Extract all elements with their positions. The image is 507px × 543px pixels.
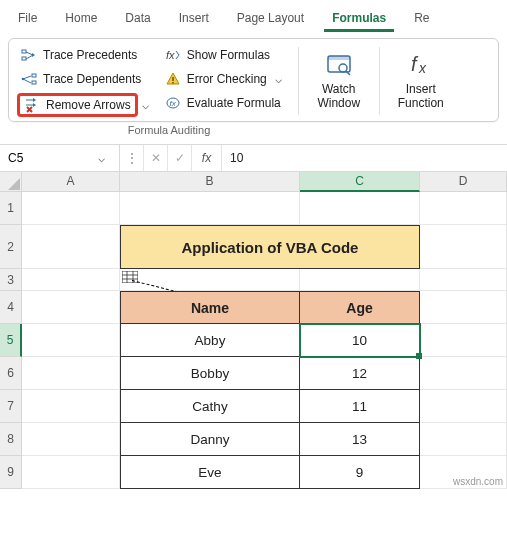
tab-home[interactable]: Home (51, 5, 111, 31)
show-formulas-label: Show Formulas (187, 48, 270, 62)
cell-age-active[interactable]: 10 (300, 324, 420, 357)
row-header-9[interactable]: 9 (0, 456, 22, 489)
tab-data[interactable]: Data (111, 5, 164, 31)
table-row: Cathy 11 (120, 390, 420, 423)
cell[interactable] (420, 269, 507, 291)
cell[interactable] (22, 291, 120, 324)
row-header-1[interactable]: 1 (0, 192, 22, 225)
show-formulas-button[interactable]: fx Show Formulas (161, 45, 288, 65)
cell-age[interactable]: 13 (300, 423, 420, 456)
remove-arrows-dropdown[interactable]: ⌵ (140, 98, 151, 112)
svg-point-4 (22, 78, 25, 81)
cell[interactable] (22, 324, 120, 357)
svg-rect-2 (32, 74, 36, 77)
cell[interactable] (420, 324, 507, 357)
cell[interactable] (22, 456, 120, 489)
cell[interactable] (420, 423, 507, 456)
cell[interactable] (22, 390, 120, 423)
row-header-4[interactable]: 4 (0, 291, 22, 324)
name-box-dropdown[interactable]: ⌵ (96, 151, 107, 165)
column-headers: A B C D (0, 172, 507, 192)
watch-window-button[interactable]: WatchWindow (309, 45, 369, 117)
cell-name[interactable]: Eve (120, 456, 300, 489)
trace-precedents-button[interactable]: Trace Precedents (17, 45, 151, 65)
col-header-c[interactable]: C (300, 172, 420, 192)
cell[interactable] (22, 225, 120, 269)
col-header-a[interactable]: A (22, 172, 120, 192)
cell[interactable] (420, 225, 507, 269)
error-checking-label: Error Checking (187, 72, 267, 86)
row-header-2[interactable]: 2 (0, 225, 22, 269)
svg-rect-1 (22, 57, 26, 60)
cell[interactable] (22, 192, 120, 225)
tab-page-layout[interactable]: Page Layout (223, 5, 318, 31)
cell[interactable] (420, 192, 507, 225)
group-formula-auditing: Trace Precedents Trace Dependents Remove… (8, 38, 499, 122)
cell[interactable] (22, 357, 120, 390)
auditing-buttons-left: Trace Precedents Trace Dependents Remove… (17, 45, 151, 117)
remove-arrows-button[interactable]: Remove Arrows (17, 93, 138, 117)
cell[interactable] (420, 357, 507, 390)
formula-input[interactable]: 10 (222, 145, 507, 171)
cell-age[interactable]: 11 (300, 390, 420, 423)
trace-dependents-button[interactable]: Trace Dependents (17, 69, 151, 89)
cell-name[interactable]: Danny (120, 423, 300, 456)
insert-function-label-2: Function (398, 96, 444, 110)
cancel-button[interactable]: ✕ (144, 145, 168, 171)
ribbon-tabs: File Home Data Insert Page Layout Formul… (0, 0, 507, 32)
cell[interactable] (420, 291, 507, 324)
tab-insert[interactable]: Insert (165, 5, 223, 31)
trace-precedents-label: Trace Precedents (43, 48, 137, 62)
svg-text:x: x (418, 60, 427, 76)
select-all-triangle[interactable] (0, 172, 22, 192)
col-header-b[interactable]: B (120, 172, 300, 192)
cell[interactable] (300, 269, 420, 291)
cell[interactable] (420, 390, 507, 423)
error-checking-button[interactable]: Error Checking ⌵ (161, 69, 288, 89)
auditing-buttons-right: fx Show Formulas Error Checking ⌵ fx Eva… (161, 45, 288, 117)
error-checking-icon (165, 71, 181, 87)
row-header-6[interactable]: 6 (0, 357, 22, 390)
name-box[interactable]: ⌵ (0, 145, 120, 171)
cell-name[interactable]: Cathy (120, 390, 300, 423)
header-age[interactable]: Age (300, 291, 420, 324)
cell-age[interactable]: 9 (300, 456, 420, 489)
remove-arrows-label: Remove Arrows (46, 98, 131, 112)
fill-handle[interactable] (416, 353, 422, 359)
cell-age[interactable]: 12 (300, 357, 420, 390)
cell[interactable] (120, 192, 300, 225)
row-header-8[interactable]: 8 (0, 423, 22, 456)
confirm-button[interactable]: ✓ (168, 145, 192, 171)
tab-formulas[interactable]: Formulas (318, 5, 400, 31)
watch-window-label-2: Window (317, 96, 360, 110)
tab-file[interactable]: File (4, 5, 51, 31)
insert-function-icon: fx (407, 51, 435, 79)
cell[interactable] (22, 423, 120, 456)
svg-rect-0 (22, 50, 26, 53)
header-name[interactable]: Name (120, 291, 300, 324)
table-title[interactable]: Application of VBA Code (120, 225, 420, 269)
row-header-5[interactable]: 5 (0, 324, 22, 357)
cell[interactable] (300, 192, 420, 225)
evaluate-formula-button[interactable]: fx Evaluate Formula (161, 93, 288, 113)
col-header-d[interactable]: D (420, 172, 507, 192)
row-header-7[interactable]: 7 (0, 390, 22, 423)
cell-name[interactable]: Bobby (120, 357, 300, 390)
table-header-row: Name Age (120, 291, 420, 324)
insert-function-button[interactable]: fx InsertFunction (390, 45, 452, 117)
watch-window-icon (325, 51, 353, 79)
formula-bar-separator: ⋮ (120, 145, 144, 171)
cell[interactable] (120, 269, 300, 291)
error-checking-dropdown[interactable]: ⌵ (273, 72, 284, 86)
svg-rect-3 (32, 81, 36, 84)
svg-point-12 (339, 64, 347, 72)
table-row: Abby 10 (120, 324, 420, 357)
remove-arrows-icon (24, 97, 40, 113)
table-row: Eve 9 (120, 456, 420, 489)
fx-button[interactable]: fx (192, 145, 222, 171)
cell[interactable] (22, 269, 120, 291)
cell-name[interactable]: Abby (120, 324, 300, 357)
name-box-input[interactable] (6, 150, 96, 166)
row-header-3[interactable]: 3 (0, 269, 22, 291)
tab-review[interactable]: Re (400, 5, 443, 31)
